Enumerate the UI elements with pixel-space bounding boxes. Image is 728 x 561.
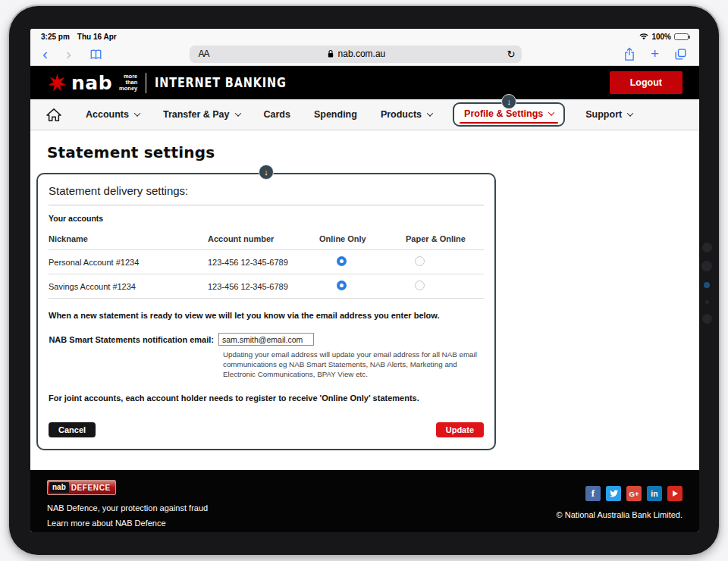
bezel-dot <box>701 261 712 271</box>
share-button[interactable] <box>623 47 635 61</box>
nav-label: Accounts <box>86 109 129 120</box>
home-icon[interactable] <box>46 108 62 122</box>
col-header-account-number: Account number <box>208 234 319 243</box>
battery-icon <box>674 33 689 40</box>
logo-divider <box>146 73 146 93</box>
online-only-radio[interactable] <box>337 280 347 290</box>
screen: 3:25 pmThu 16 Apr 100% ‹ › <box>30 29 699 532</box>
reload-button[interactable]: ↻ <box>507 49 516 60</box>
joint-accounts-notice: For joint accounts, each account holder … <box>49 393 484 403</box>
nav-item-products[interactable]: Products <box>381 109 432 120</box>
battery-percent: 100% <box>651 33 671 41</box>
nav-label: Cards <box>264 109 290 120</box>
front-camera <box>704 282 710 288</box>
cancel-button[interactable]: Cancel <box>49 422 96 437</box>
paper-online-cell <box>406 280 484 292</box>
online-only-cell <box>319 280 406 292</box>
ipad-device-frame: 3:25 pmThu 16 Apr 100% ‹ › <box>9 6 719 555</box>
table-header-row: Nickname Account number Online Only Pape… <box>49 230 484 250</box>
facebook-icon[interactable]: f <box>585 486 601 501</box>
text-size-button[interactable]: AA <box>198 49 209 59</box>
nav-label: Spending <box>314 109 357 120</box>
bezel-dot <box>705 300 709 304</box>
panel-hint-badge: ↓ <box>259 165 274 180</box>
forward-button[interactable]: › <box>66 46 71 61</box>
nav-item-accounts[interactable]: Accounts <box>86 109 140 120</box>
nav-label: Transfer & Pay <box>163 109 230 120</box>
chevron-down-icon <box>427 110 433 116</box>
nab-defence-logo: nab DEFENCE <box>47 480 116 495</box>
col-header-online-only: Online Only <box>319 234 406 243</box>
linkedin-icon[interactable]: in <box>647 486 662 501</box>
status-date: Thu 16 Apr <box>77 33 117 41</box>
panel-heading: Statement delivery settings: <box>49 184 484 197</box>
your-accounts-label: Your accounts <box>49 214 484 223</box>
play-icon <box>673 490 678 497</box>
paper-online-radio[interactable] <box>415 256 425 266</box>
wifi-icon <box>639 33 648 40</box>
tap-hint-badge: ↓ <box>501 94 516 109</box>
nav-item-cards[interactable]: Cards <box>264 109 290 120</box>
status-time: 3:25 pm <box>41 33 70 41</box>
new-tab-button[interactable]: + <box>651 48 659 60</box>
bookmarks-icon[interactable] <box>89 49 102 60</box>
nav-label: Profile & Settings <box>464 108 543 119</box>
paper-online-radio[interactable] <box>415 280 425 290</box>
defence-tagline: NAB Defence, your protection against fra… <box>47 503 208 512</box>
tabs-button[interactable] <box>674 48 687 61</box>
email-label: NAB Smart Statements notification email: <box>49 333 214 344</box>
nav-label: Support <box>585 109 622 120</box>
bezel-dot <box>702 243 712 252</box>
tagline-line: money <box>119 85 137 92</box>
nab-logo-word: nab <box>71 72 112 94</box>
online-only-cell <box>319 256 406 268</box>
account-number: 123-456 12-345-6789 <box>208 282 319 291</box>
nav-item-profile-settings[interactable]: ↓ Profile & Settings <box>453 102 565 127</box>
online-only-radio[interactable] <box>337 256 347 266</box>
site-footer: nab DEFENCE NAB Defence, your protection… <box>30 470 699 532</box>
account-number: 123-456 12-345-6789 <box>208 258 319 267</box>
nav-item-transfer-pay[interactable]: Transfer & Pay <box>163 109 240 120</box>
status-left: 3:25 pmThu 16 Apr <box>41 33 124 41</box>
nab-tagline: more than money <box>119 74 137 92</box>
chevron-down-icon <box>548 109 554 115</box>
table-row: Savings Account #1234 123-456 12-345-678… <box>49 274 484 299</box>
active-underline <box>460 122 558 124</box>
copyright-text: © National Australia Bank Limited. <box>557 510 682 519</box>
paper-online-cell <box>406 256 484 268</box>
defence-logo-word: DEFENCE <box>71 484 111 492</box>
nav-item-spending[interactable]: Spending <box>314 109 357 120</box>
google-plus-icon[interactable]: G+ <box>626 486 642 501</box>
email-row: NAB Smart Statements notification email: <box>49 333 484 346</box>
page-title: Statement settings <box>47 143 699 161</box>
table-row: Personal Account #1234 123-456 12-345-67… <box>49 250 484 274</box>
site-nav: Accounts Transfer & Pay Cards Spending P… <box>30 99 699 130</box>
nav-item-support[interactable]: Support <box>585 109 632 120</box>
internet-banking-title: INTERNET BANKING <box>155 75 287 90</box>
logout-button[interactable]: Logout <box>610 71 682 94</box>
panel-actions: Cancel Update <box>49 422 484 437</box>
email-helper-text: Updating your email address will update … <box>223 349 479 380</box>
statement-notice: When a new statement is ready to view we… <box>49 311 484 320</box>
chevron-down-icon <box>134 110 140 116</box>
youtube-icon[interactable] <box>667 486 682 501</box>
toolbar-right: + <box>623 47 687 61</box>
chevron-down-icon <box>627 110 633 116</box>
nab-star-logo <box>47 73 67 93</box>
status-right: 100% <box>639 33 689 41</box>
main-content: Statement settings ↓ Statement delivery … <box>30 130 699 470</box>
twitter-icon[interactable] <box>606 486 621 501</box>
col-header-nickname: Nickname <box>49 234 208 243</box>
chevron-down-icon <box>234 110 240 116</box>
defence-learn-more-link[interactable]: Learn more about NAB Defence <box>47 519 208 528</box>
footer-right: f G+ in © National Australia Bank Limite… <box>557 479 682 525</box>
social-icons: f G+ in <box>585 486 682 501</box>
browser-toolbar: ‹ › AA nab.com.au ↻ <box>30 42 699 66</box>
bezel-dot <box>702 314 712 324</box>
footer-left: nab DEFENCE NAB Defence, your protection… <box>47 479 208 525</box>
back-button[interactable]: ‹ <box>42 46 48 61</box>
email-input[interactable] <box>218 333 314 346</box>
address-bar[interactable]: AA nab.com.au ↻ <box>190 45 522 63</box>
url-text: nab.com.au <box>338 49 386 59</box>
update-button[interactable]: Update <box>436 422 484 437</box>
